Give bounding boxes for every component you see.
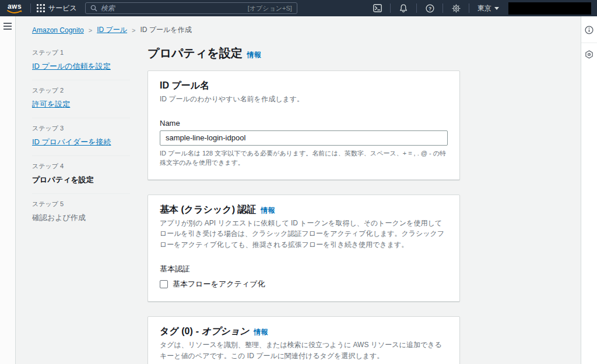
chevron-down-icon (494, 7, 499, 10)
nav-divider (390, 3, 391, 13)
hexagon-badge-icon (585, 50, 594, 59)
basic-flow-checkbox-label: 基本フローをアクティブ化 (173, 279, 265, 289)
wizard-steps-nav: ステップ 1 ID プールの信頼を設定 ステップ 2 許可を設定 ステップ 3 … (32, 35, 130, 364)
services-label: サービス (48, 3, 77, 13)
step-3-link[interactable]: ID プロバイダーを接続 (32, 137, 130, 147)
basic-flow-checkbox-row[interactable]: 基本フローをアクティブ化 (160, 279, 448, 289)
basic-auth-description: アプリが別の API リクエストに依頼して ID トークンを取得し、そのトークン… (160, 218, 448, 250)
breadcrumb-idpool-link[interactable]: ID プール (97, 25, 127, 35)
nav-right-cluster: ? 東京 (370, 2, 591, 15)
basic-auth-card-title: 基本 (クラシック) 認証 情報 (160, 204, 448, 216)
account-menu-redacted[interactable] (508, 2, 591, 15)
tags-card-title: タグ (0) - オプション 情報 (160, 326, 448, 338)
tags-description: タグは、リソースを識別、整理、または検索に役立つように AWS リソースに追加で… (160, 340, 448, 361)
info-panel-button[interactable] (585, 23, 594, 37)
wizard-step-5: ステップ 5 確認および作成 (32, 194, 130, 231)
nav-divider (469, 3, 469, 13)
settings-button[interactable] (449, 4, 463, 13)
breadcrumb: Amazon Cognito > ID プール > ID プールを作成 (16, 16, 581, 35)
tags-card: タグ (0) - オプション 情報 タグは、リソースを識別、整理、または検索に役… (148, 316, 460, 364)
step-number-label: ステップ 5 (32, 200, 130, 208)
aws-logo-text: aws (8, 3, 22, 10)
wizard-step-3: ステップ 3 ID プロバイダーを接続 (32, 118, 130, 156)
step-2-link[interactable]: 許可を設定 (32, 99, 130, 109)
wizard-step-1: ステップ 1 ID プールの信頼を設定 (32, 43, 130, 80)
idpool-name-card-title: ID プール名 (160, 80, 448, 92)
notifications-button[interactable] (396, 4, 410, 13)
services-grid-icon (37, 4, 45, 12)
step-1-link[interactable]: ID プールの信頼を設定 (32, 61, 130, 72)
aws-logo[interactable]: aws (7, 3, 22, 14)
name-field-label: Name (160, 119, 448, 128)
page-title-row: プロパティを設定 情報 (148, 45, 460, 61)
name-field: Name ID プール名は 128 文字以下である必要があります。名前には、英数… (160, 119, 448, 168)
search-shortcut-hint: [オプション+S] (248, 4, 292, 13)
app-shell: Amazon Cognito > ID プール > ID プールを作成 ステップ… (0, 16, 597, 364)
basic-auth-card: 基本 (クラシック) 認証 情報 アプリが別の API リクエストに依頼して I… (148, 195, 460, 302)
name-constraint-text: ID プール名は 128 文字以下である必要があります。名前には、英数字、スペー… (160, 149, 448, 168)
aws-smile-swoosh-icon (7, 10, 22, 14)
basic-auth-info-link[interactable]: 情報 (261, 206, 275, 215)
search-input[interactable] (101, 4, 244, 12)
page-title: プロパティを設定 (148, 45, 243, 61)
nav-divider (416, 3, 417, 13)
bell-icon (399, 4, 408, 13)
strip-divider (581, 43, 597, 43)
breadcrumb-separator: > (89, 27, 92, 34)
main-area: Amazon Cognito > ID プール > ID プールを作成 ステップ… (16, 16, 581, 364)
services-menu-button[interactable]: サービス (37, 3, 77, 13)
left-side-strip (0, 16, 16, 364)
region-selector[interactable]: 東京 (477, 3, 499, 13)
idpool-name-card-description: ID プールのわかりやすい名前を作成します。 (160, 94, 448, 105)
top-navigation-bar: aws サービス [オプション+S] (0, 0, 597, 16)
right-side-strip (581, 16, 597, 364)
svg-text:?: ? (428, 5, 431, 11)
idpool-name-input[interactable] (160, 130, 448, 146)
step-number-label: ステップ 4 (32, 162, 130, 171)
global-search[interactable]: [オプション+S] (85, 2, 297, 14)
search-icon (90, 5, 97, 12)
gear-icon (452, 4, 461, 13)
tags-info-link[interactable]: 情報 (254, 327, 268, 337)
nav-divider (443, 3, 443, 13)
cloudshell-terminal-icon (373, 4, 382, 12)
basic-auth-field-label: 基本認証 (160, 264, 448, 274)
breadcrumb-separator: > (132, 27, 135, 34)
tags-title-text: タグ (0) (160, 326, 193, 338)
page-info-link[interactable]: 情報 (247, 50, 261, 60)
wizard-content-column: プロパティを設定 情報 ID プール名 ID プールのわかりやすい名前を作成しま… (148, 35, 460, 364)
tags-title-optional-suffix: - オプション (196, 326, 250, 338)
breadcrumb-cognito-link[interactable]: Amazon Cognito (32, 26, 84, 34)
step-number-label: ステップ 2 (32, 86, 130, 95)
wizard-step-4-current: ステップ 4 プロパティを設定 (32, 156, 130, 194)
basic-auth-title-text: 基本 (クラシック) 認証 (160, 204, 256, 216)
content-wrap: ステップ 1 ID プールの信頼を設定 ステップ 2 許可を設定 ステップ 3 … (16, 35, 581, 364)
basic-flow-checkbox[interactable] (160, 280, 168, 288)
nav-divider (30, 3, 31, 13)
step-5-title: 確認および作成 (32, 213, 130, 223)
step-number-label: ステップ 3 (32, 124, 130, 133)
info-icon (585, 26, 594, 34)
help-button[interactable]: ? (423, 4, 437, 13)
breadcrumb-current: ID プールを作成 (141, 25, 192, 35)
wizard-step-2: ステップ 2 許可を設定 (32, 80, 130, 118)
hamburger-menu-icon[interactable] (2, 22, 13, 31)
tools-panel-button[interactable] (585, 49, 594, 60)
region-label: 東京 (477, 3, 491, 13)
step-number-label: ステップ 1 (32, 48, 130, 57)
step-4-current-title: プロパティを設定 (32, 175, 130, 185)
help-question-icon: ? (426, 4, 434, 13)
basic-auth-field: 基本認証 基本フローをアクティブ化 (160, 264, 448, 289)
idpool-name-card: ID プール名 ID プールのわかりやすい名前を作成します。 Name ID プ… (148, 70, 460, 180)
cloudshell-button[interactable] (370, 4, 384, 12)
